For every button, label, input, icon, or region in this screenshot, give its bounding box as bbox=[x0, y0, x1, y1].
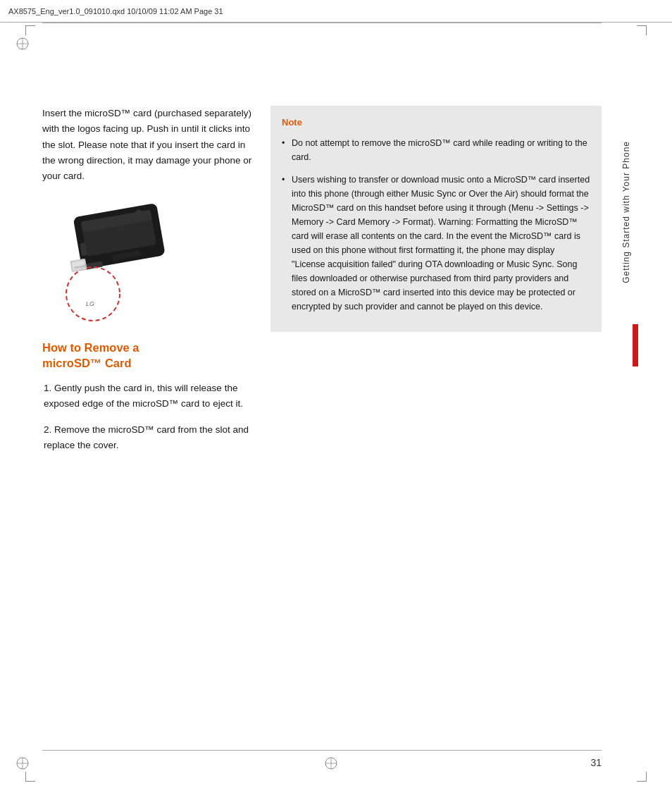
note-list: Do not attempt to remove the microSD™ ca… bbox=[282, 136, 590, 314]
phone-image-area: microSD LG bbox=[42, 197, 190, 324]
note-title: Note bbox=[282, 116, 590, 130]
note-item-1: Do not attempt to remove the microSD™ ca… bbox=[282, 136, 590, 164]
corner-mark-bl bbox=[25, 772, 35, 782]
note-item-2: Users wishing to transfer or download mu… bbox=[282, 173, 590, 314]
phone-image-svg: microSD LG bbox=[42, 197, 190, 324]
header-text: AX8575_Eng_ver1.0_091010.qxd 10/10/09 11… bbox=[8, 7, 223, 16]
sidebar-label: Getting Started with Your Phone bbox=[621, 141, 631, 283]
corner-mark-tl bbox=[25, 25, 35, 35]
remove-step2: 2. Remove the microSD™ card from the slo… bbox=[42, 422, 254, 454]
reg-mark-left bbox=[15, 37, 30, 51]
divider-top bbox=[42, 23, 602, 23]
svg-text:LG: LG bbox=[86, 300, 94, 307]
main-content: Insert the microSD™ card (purchased sepa… bbox=[42, 35, 602, 751]
section-heading-line2: microSD™ Card bbox=[42, 357, 132, 369]
right-column: Note Do not attempt to remove the microS… bbox=[270, 35, 602, 751]
remove-step1-text: Gently push the card in, this will relea… bbox=[44, 383, 243, 409]
remove-step2-text: Remove the microSD™ card from the slot a… bbox=[44, 424, 249, 450]
sidebar-accent bbox=[633, 324, 638, 366]
section-heading-line1: How to Remove a bbox=[42, 341, 139, 354]
step2-instruction: Insert the microSD™ card (purchased sepa… bbox=[42, 106, 254, 184]
reg-mark-bottom-center bbox=[324, 756, 338, 770]
corner-mark-tr bbox=[637, 25, 647, 35]
svg-point-16 bbox=[66, 267, 120, 321]
remove-step1: 1. Gently push the card in, this will re… bbox=[42, 381, 254, 412]
corner-mark-br bbox=[637, 772, 647, 782]
header-bar: AX8575_Eng_ver1.0_091010.qxd 10/10/09 11… bbox=[0, 0, 672, 23]
section-heading: How to Remove a microSD™ Card bbox=[42, 340, 254, 371]
step2-text: Insert the microSD™ card (purchased sepa… bbox=[42, 108, 251, 181]
remove-step1-num: 1. bbox=[44, 383, 54, 393]
left-column: Insert the microSD™ card (purchased sepa… bbox=[42, 35, 254, 751]
remove-step2-num: 2. bbox=[44, 424, 54, 435]
sidebar-text: Getting Started with Your Phone bbox=[616, 141, 637, 737]
remove-steps: 1. Gently push the card in, this will re… bbox=[42, 381, 254, 453]
page-number: 31 bbox=[590, 757, 602, 768]
reg-mark-bottom-left bbox=[15, 756, 30, 770]
note-box: Note Do not attempt to remove the microS… bbox=[270, 106, 602, 332]
